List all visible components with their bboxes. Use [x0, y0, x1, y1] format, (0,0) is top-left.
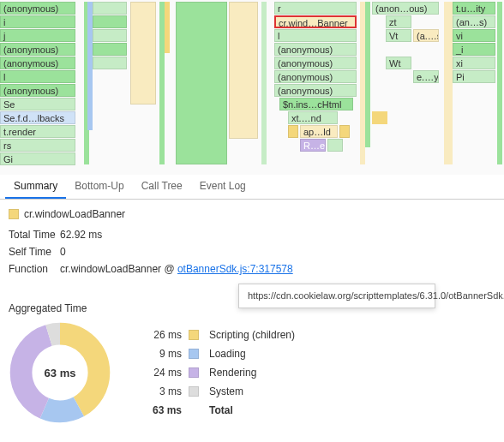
- flame-cell[interactable]: (anonymous): [274, 70, 357, 83]
- legend-swatch-rendering: [189, 367, 199, 378]
- tab-call-tree[interactable]: Call Tree: [133, 175, 191, 199]
- tab-event-log[interactable]: Event Log: [191, 175, 255, 199]
- flame-track-1: (anonymous) i j (anonymous) (anonymous) …: [0, 0, 77, 175]
- flame-cell[interactable]: ap…ld: [300, 125, 338, 138]
- source-link[interactable]: otBannerSdk.js:7:317578: [177, 263, 293, 275]
- legend-ms: 26 ms: [146, 329, 182, 341]
- legend-label: Scripting (children): [209, 329, 295, 341]
- legend-total-label: Total: [209, 404, 295, 416]
- flame-cell[interactable]: i: [0, 15, 75, 28]
- legend-ms: 9 ms: [146, 348, 182, 360]
- legend-swatch-scripting: [189, 330, 199, 340]
- flame-track-3: [176, 0, 270, 175]
- summary-panel: cr.windowLoadBanner Total Time 62.92 ms …: [0, 200, 504, 294]
- flame-cell[interactable]: [372, 111, 387, 124]
- flame-cell[interactable]: [93, 57, 127, 69]
- flame-cell[interactable]: Wt: [386, 57, 411, 69]
- flame-cell[interactable]: [93, 15, 127, 28]
- flame-cell[interactable]: Se: [0, 98, 75, 110]
- function-color-swatch: [9, 209, 19, 219]
- flame-cell[interactable]: $n.ins…cHtml: [279, 98, 353, 110]
- flame-track-6: t.u…ity (an…s) vi _i xi Pi: [444, 0, 502, 175]
- flame-cell[interactable]: (anonymous): [0, 43, 75, 56]
- flame-cell[interactable]: _i: [453, 43, 495, 56]
- flame-cell[interactable]: (anonymous): [274, 57, 357, 69]
- flame-cell[interactable]: [288, 125, 298, 138]
- flame-cell[interactable]: (anonymous): [0, 2, 75, 15]
- function-value: cr.windowLoadBanner @: [60, 263, 177, 275]
- flame-cell[interactable]: R…e: [300, 139, 326, 152]
- flame-cell[interactable]: Pi: [453, 70, 495, 83]
- flame-cell[interactable]: [93, 2, 127, 15]
- flame-cell[interactable]: l: [274, 29, 357, 42]
- flame-cell[interactable]: [327, 139, 343, 152]
- flame-cell[interactable]: [229, 2, 258, 139]
- flame-cell[interactable]: e.…y: [413, 70, 439, 83]
- flame-cell[interactable]: rs: [0, 139, 75, 152]
- flame-cell[interactable]: [176, 2, 227, 164]
- flame-cell[interactable]: (a.…s): [413, 29, 439, 42]
- total-time-value: 62.92 ms: [60, 229, 102, 241]
- flame-cell[interactable]: zt: [386, 15, 411, 28]
- aggregated-time-legend: 26 msScripting (children) 9 msLoading 24…: [146, 329, 295, 416]
- flame-track-2: [79, 0, 173, 175]
- flame-track-5: (anon…ous) zt Vt(a.…s) Wt e.…y: [360, 0, 442, 175]
- legend-ms: 3 ms: [146, 385, 182, 397]
- flame-sliver[interactable]: [165, 2, 170, 53]
- flame-cell[interactable]: Vt: [386, 29, 411, 42]
- flame-cell[interactable]: (anonymous): [274, 84, 357, 97]
- flame-cell-highlighted[interactable]: cr.wind…Banner: [274, 15, 357, 28]
- flame-cell[interactable]: t.u…ity: [453, 2, 495, 15]
- flame-cell[interactable]: t.render: [0, 125, 75, 138]
- source-tooltip: https://cdn.cookielaw.org/scripttemplate…: [238, 284, 435, 308]
- aggregated-time-donut: 63 ms: [9, 321, 111, 424]
- legend-label: Rendering: [209, 367, 295, 379]
- function-name: cr.windowLoadBanner: [24, 208, 125, 220]
- total-time-label: Total Time: [9, 229, 60, 241]
- donut-center-label: 63 ms: [9, 321, 111, 424]
- flame-sliver[interactable]: [497, 2, 502, 164]
- self-time-label: Self Time: [9, 246, 60, 258]
- flame-cell[interactable]: [339, 125, 350, 138]
- function-label: Function: [9, 263, 60, 275]
- aggregated-time-section: https://cdn.cookielaw.org/scripttemplate…: [0, 294, 504, 438]
- flame-cell[interactable]: (anonymous): [0, 84, 75, 97]
- flame-cell[interactable]: Se.f.d…lbacks: [0, 111, 75, 124]
- flame-cell[interactable]: Gi: [0, 152, 75, 165]
- flame-cell[interactable]: (anonymous): [0, 57, 75, 69]
- flame-cell[interactable]: xi: [453, 57, 495, 69]
- tab-bottom-up[interactable]: Bottom-Up: [66, 175, 132, 199]
- legend-swatch-loading: [189, 349, 199, 359]
- flame-cell[interactable]: (anonymous): [274, 43, 357, 56]
- legend-swatch-system: [189, 386, 199, 397]
- flame-cell[interactable]: xt.…nd: [288, 111, 338, 124]
- tabs: Summary Bottom-Up Call Tree Event Log: [0, 175, 504, 200]
- flame-cell[interactable]: [130, 2, 156, 105]
- flame-cell[interactable]: (an…s): [453, 15, 495, 28]
- legend-label: System: [209, 385, 295, 397]
- flame-cell[interactable]: (anon…ous): [372, 2, 439, 15]
- self-time-value: 0: [60, 246, 66, 258]
- flame-track-4: r cr.wind…Banner l (anonymous) (anonymou…: [274, 0, 358, 175]
- flame-cell[interactable]: r: [274, 2, 357, 15]
- legend-label: Loading: [209, 348, 295, 360]
- flame-cell[interactable]: l: [0, 70, 75, 83]
- flame-cell[interactable]: [93, 29, 127, 42]
- tab-summary[interactable]: Summary: [5, 175, 66, 199]
- flame-cell[interactable]: vi: [453, 29, 495, 42]
- legend-total-ms: 63 ms: [146, 404, 182, 416]
- flame-cell[interactable]: j: [0, 29, 75, 42]
- flame-cell[interactable]: [93, 43, 127, 56]
- legend-ms: 24 ms: [146, 367, 182, 379]
- flame-sliver[interactable]: [261, 2, 267, 164]
- flame-chart[interactable]: (anonymous) i j (anonymous) (anonymous) …: [0, 0, 504, 175]
